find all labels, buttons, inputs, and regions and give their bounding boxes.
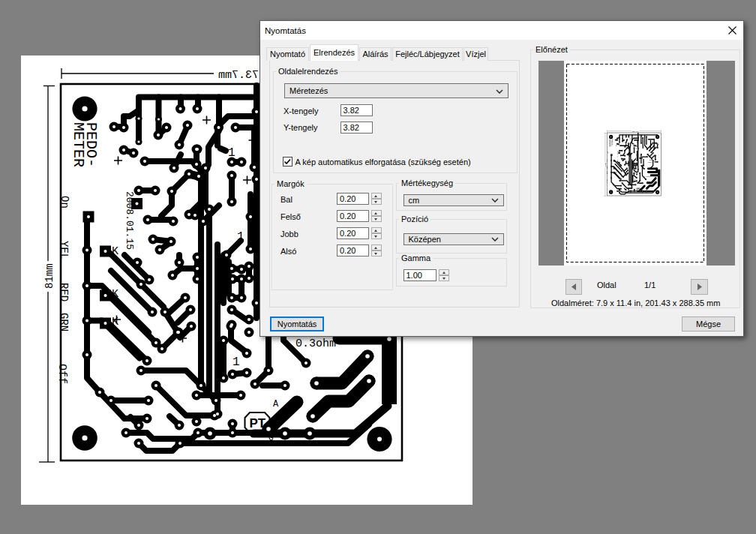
svg-text:GRN: GRN	[58, 313, 70, 332]
svg-text:81mm: 81mm	[44, 263, 56, 289]
svg-text:0.3ohm: 0.3ohm	[296, 338, 336, 350]
svg-text:YEL: YEL	[58, 241, 70, 260]
svg-text:A: A	[273, 399, 279, 410]
svg-text:1: 1	[232, 356, 240, 369]
svg-text:METER: METER	[70, 122, 87, 167]
svg-text:73.7mm: 73.7mm	[218, 69, 259, 82]
svg-text:RED: RED	[58, 283, 70, 302]
svg-text:On: On	[58, 196, 70, 208]
svg-text:Off: Off	[56, 364, 68, 384]
